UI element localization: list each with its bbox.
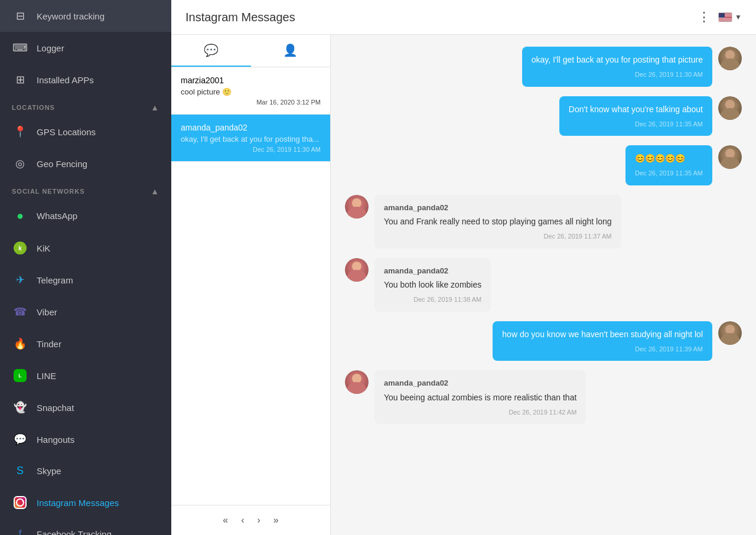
message-bubble: amanda_panda02You beeing actual zombies … [374, 370, 586, 424]
header-actions: ⋮ ▼ [698, 9, 742, 25]
line-icon: L [12, 369, 28, 382]
sidebar-item-whatsapp[interactable]: ● WhatsApp [0, 200, 171, 232]
message-avatar [345, 195, 369, 218]
message-row: how do you know we haven't been studying… [345, 321, 742, 361]
sidebar-item-kik[interactable]: k KiK [0, 232, 171, 264]
sidebar-label-whatsapp: WhatsApp [37, 211, 77, 221]
message-time: Dec 26, 2019 11:42 AM [384, 407, 576, 417]
conversation-pagination: « ‹ › » [171, 505, 330, 535]
geofence-icon: ◎ [12, 157, 28, 170]
sidebar-label-hangouts: Hangouts [37, 435, 74, 445]
hangouts-icon: 💬 [12, 433, 28, 446]
conv-time: Mar 16, 2020 3:12 PM [181, 99, 321, 106]
message-sender: amanda_panda02 [384, 377, 576, 389]
messages-panel: okay, I'll get back at you for posting t… [331, 35, 756, 535]
message-avatar [718, 96, 742, 120]
message-avatar [345, 370, 369, 394]
message-bubble: amanda_panda02You both look like zombies… [374, 258, 491, 312]
sidebar-item-hangouts[interactable]: 💬 Hangouts [0, 423, 171, 455]
more-options-button[interactable]: ⋮ [698, 9, 711, 25]
skype-icon: S [12, 465, 28, 477]
sidebar-label-telegram: Telegram [37, 275, 73, 285]
sidebar-item-telegram[interactable]: ✈ Telegram [0, 264, 171, 296]
message-text: You and Frank really need to stop playin… [384, 216, 612, 228]
language-selector[interactable]: ▼ [718, 12, 742, 22]
viber-icon: ☎ [12, 305, 28, 318]
sidebar-label-geofence: Geo Fencing [37, 159, 87, 169]
sidebar-item-line[interactable]: L LINE [0, 360, 171, 392]
main-content: Instagram Messages ⋮ ▼ 💬 👤 [171, 0, 756, 535]
conv-preview: cool picture 🙂 [181, 87, 321, 96]
message-text: Don't know what you're talking about [569, 103, 703, 116]
sidebar-item-gps-locations[interactable]: 📍 GPS Locations [0, 116, 171, 148]
tab-messages[interactable]: 💬 [171, 35, 251, 67]
sidebar-item-tinder[interactable]: 🔥 Tinder [0, 328, 171, 360]
social-chevron[interactable]: ▲ [151, 187, 159, 196]
sidebar-label-keyword: Keyword tracking [37, 11, 105, 21]
sidebar-item-facebook[interactable]: f Facebook Tracking [0, 518, 171, 535]
conv-preview: okay, I'll get back at you for posting t… [181, 135, 321, 143]
sidebar-label-skype: Skype [37, 466, 61, 476]
locations-chevron[interactable]: ▲ [151, 103, 159, 112]
message-time: Dec 26, 2019 11:38 AM [384, 295, 481, 305]
message-sender: amanda_panda02 [384, 265, 481, 277]
sidebar-label-logger: Logger [37, 43, 64, 53]
locations-section-header: LOCATIONS ▲ [0, 96, 171, 116]
message-row: Don't know what you're talking aboutDec … [345, 96, 742, 136]
keyword-icon: ⊟ [12, 9, 28, 22]
message-avatar [718, 47, 742, 70]
message-row: amanda_panda02You and Frank really need … [345, 195, 742, 249]
sidebar-item-skype[interactable]: S Skype [0, 455, 171, 487]
sidebar-label-line: LINE [37, 371, 56, 381]
conversation-tabs: 💬 👤 [171, 35, 330, 67]
sidebar-item-logger[interactable]: ⌨ Logger [0, 32, 171, 64]
message-text: okay, I'll get back at you for posting t… [532, 54, 703, 66]
us-flag-icon [718, 12, 732, 22]
message-text: how do you know we haven't been studying… [502, 328, 703, 341]
message-bubble: how do you know we haven't been studying… [493, 321, 712, 361]
message-row: 😊😊😊😊😊Dec 26, 2019 11:35 AM [345, 145, 742, 185]
content-area: 💬 👤 marzia2001 cool picture 🙂 Mar 16, 20… [171, 35, 756, 535]
pagination-last[interactable]: » [270, 513, 282, 528]
sidebar-label-instagram: Instagram Messages [37, 498, 119, 508]
whatsapp-icon: ● [12, 209, 28, 223]
message-avatar [345, 258, 369, 282]
conv-name: amanda_panda02 [181, 123, 321, 132]
sidebar-label-facebook: Facebook Tracking [37, 529, 112, 535]
sidebar-label-kik: KiK [37, 243, 50, 253]
message-row: amanda_panda02You both look like zombies… [345, 258, 742, 312]
sidebar-item-viber[interactable]: ☎ Viber [0, 296, 171, 328]
message-time: Dec 26, 2019 11:37 AM [384, 231, 612, 242]
tinder-icon: 🔥 [12, 337, 28, 350]
flag-dropdown-arrow[interactable]: ▼ [735, 13, 742, 21]
header: Instagram Messages ⋮ ▼ [171, 0, 756, 35]
conv-name: marzia2001 [181, 76, 321, 85]
pagination-first[interactable]: « [219, 513, 232, 528]
social-section-header: SOCIAL NETWORKS ▲ [0, 180, 171, 200]
tab-contacts[interactable]: 👤 [251, 35, 331, 67]
sidebar-item-geo-fencing[interactable]: ◎ Geo Fencing [0, 148, 171, 180]
message-text: 😊😊😊😊😊 [635, 152, 703, 165]
pagination-next[interactable]: › [254, 513, 264, 528]
pagination-prev[interactable]: ‹ [237, 513, 247, 528]
instagram-icon [12, 496, 28, 509]
sidebar-item-keyword-tracking[interactable]: ⊟ Keyword tracking [0, 0, 171, 32]
conversation-panel: 💬 👤 marzia2001 cool picture 🙂 Mar 16, 20… [171, 35, 331, 535]
message-text: You both look like zombies [384, 279, 481, 291]
logger-icon: ⌨ [12, 41, 28, 54]
message-time: Dec 26, 2019 11:30 AM [532, 70, 703, 80]
sidebar-label-gps: GPS Locations [37, 127, 96, 137]
message-bubble: 😊😊😊😊😊Dec 26, 2019 11:35 AM [625, 145, 712, 185]
conv-time: Dec 26, 2019 11:30 AM [181, 146, 321, 153]
conv-item-marzia[interactable]: marzia2001 cool picture 🙂 Mar 16, 2020 3… [171, 67, 330, 115]
sidebar-item-instagram[interactable]: Instagram Messages [0, 487, 171, 518]
conv-item-amanda[interactable]: amanda_panda02 okay, I'll get back at yo… [171, 115, 330, 162]
sidebar-label-installed-apps: Installed APPs [37, 75, 94, 85]
sidebar-item-snapchat[interactable]: 👻 Snapchat [0, 392, 171, 423]
message-sender: amanda_panda02 [384, 202, 612, 214]
kik-icon: k [12, 242, 28, 255]
message-row: okay, I'll get back at you for posting t… [345, 47, 742, 87]
sidebar-item-installed-apps[interactable]: ⊞ Installed APPs [0, 64, 171, 96]
sidebar-label-tinder: Tinder [37, 339, 61, 349]
facebook-icon: f [12, 528, 28, 535]
